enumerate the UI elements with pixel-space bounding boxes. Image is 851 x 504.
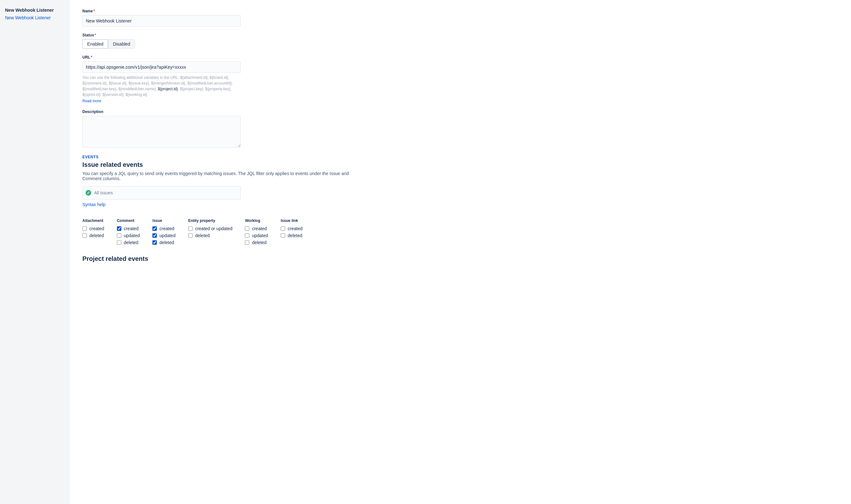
entity-property-deleted-row[interactable]: deleted	[188, 233, 232, 238]
comment-deleted-row[interactable]: deleted	[117, 240, 140, 245]
issue-link-created-label: created	[288, 226, 302, 231]
attachment-deleted-label: deleted	[89, 233, 104, 238]
syntax-help-link[interactable]: Syntax help	[82, 202, 105, 207]
sidebar: New Webhook Listener New Webhook Listene…	[0, 0, 70, 504]
status-field-group: Status * Enabled Disabled	[82, 33, 838, 49]
events-heading: Issue related events	[82, 161, 838, 168]
entity-property-created-or-updated-label: created or updated	[195, 226, 232, 231]
issue-updated-checkbox[interactable]	[152, 233, 157, 238]
issue-deleted-checkbox[interactable]	[152, 240, 157, 245]
comment-updated-checkbox[interactable]	[117, 233, 121, 238]
attachment-created-checkbox[interactable]	[82, 226, 87, 231]
issue-created-label: created	[159, 226, 174, 231]
attachment-created-row[interactable]: created	[82, 226, 104, 231]
url-required-star: *	[91, 55, 92, 59]
issue-link-created-checkbox[interactable]	[281, 226, 285, 231]
description-label: Description	[82, 110, 838, 114]
comment-column: Comment created updated deleted	[117, 218, 140, 245]
entity-property-deleted-label: deleted	[195, 233, 210, 238]
issue-column: Issue created updated deleted	[152, 218, 175, 245]
sidebar-title: New Webhook Listener	[5, 7, 65, 13]
events-section: Events Issue related events You can spec…	[82, 155, 838, 245]
read-more-link[interactable]: Read more	[82, 99, 101, 103]
name-label: Name *	[82, 9, 838, 13]
attachment-header: Attachment	[82, 218, 104, 223]
attachment-column: Attachment created deleted	[82, 218, 104, 245]
url-input[interactable]	[82, 61, 241, 73]
events-description: You can specify a JQL query to send only…	[82, 171, 367, 181]
description-textarea[interactable]	[82, 116, 241, 147]
worklog-created-label: created	[252, 226, 267, 231]
attachment-deleted-checkbox[interactable]	[82, 233, 87, 238]
worklog-header: Worklog	[245, 218, 268, 223]
description-field-group: Description	[82, 110, 838, 148]
url-label: URL *	[82, 55, 838, 59]
attachment-created-label: created	[89, 226, 104, 231]
events-section-label: Events	[82, 155, 838, 159]
issue-created-row[interactable]: created	[152, 226, 175, 231]
url-field-group: URL * You can use the following addition…	[82, 55, 838, 103]
issue-link-deleted-checkbox[interactable]	[281, 233, 285, 238]
name-input[interactable]	[82, 15, 241, 26]
sidebar-link[interactable]: New Webhook Listener	[5, 15, 51, 20]
issue-updated-label: updated	[159, 233, 175, 238]
issue-link-column: Issue link created deleted	[281, 218, 302, 245]
comment-deleted-checkbox[interactable]	[117, 240, 121, 245]
comment-created-row[interactable]: created	[117, 226, 140, 231]
status-required-star: *	[95, 33, 96, 37]
entity-property-deleted-checkbox[interactable]	[188, 233, 193, 238]
issue-deleted-row[interactable]: deleted	[152, 240, 175, 245]
issue-updated-row[interactable]: updated	[152, 233, 175, 238]
name-required-star: *	[93, 9, 95, 13]
project-related-heading: Project related events	[82, 255, 838, 263]
url-hint: You can use the following additional var…	[82, 75, 241, 97]
comment-created-label: created	[124, 226, 139, 231]
issue-link-header: Issue link	[281, 218, 302, 223]
entity-property-column: Entity property created or updated delet…	[188, 218, 232, 245]
comment-created-checkbox[interactable]	[117, 226, 121, 231]
status-label: Status *	[82, 33, 838, 37]
entity-property-created-or-updated-checkbox[interactable]	[188, 226, 193, 231]
jql-input-wrapper: ✓	[82, 186, 241, 199]
main-content: Name * Status * Enabled Disabled URL * Y…	[70, 0, 851, 504]
issue-deleted-label: deleted	[159, 240, 174, 245]
worklog-created-row[interactable]: created	[245, 226, 268, 231]
issue-link-deleted-label: deleted	[288, 233, 302, 238]
issue-link-created-row[interactable]: created	[281, 226, 302, 231]
events-table: Attachment created deleted Comment creat…	[82, 218, 838, 245]
worklog-deleted-row[interactable]: deleted	[245, 240, 268, 245]
comment-header: Comment	[117, 218, 140, 223]
entity-property-header: Entity property	[188, 218, 232, 223]
issue-created-checkbox[interactable]	[152, 226, 157, 231]
status-enabled-button[interactable]: Enabled	[82, 39, 108, 49]
comment-deleted-label: deleted	[124, 240, 138, 245]
comment-updated-row[interactable]: updated	[117, 233, 140, 238]
worklog-deleted-label: deleted	[252, 240, 266, 245]
status-toggle-group: Enabled Disabled	[82, 39, 838, 49]
issue-header: Issue	[152, 218, 175, 223]
worklog-column: Worklog created updated deleted	[245, 218, 268, 245]
worklog-deleted-checkbox[interactable]	[245, 240, 249, 245]
worklog-created-checkbox[interactable]	[245, 226, 249, 231]
jql-input[interactable]	[82, 186, 241, 199]
comment-updated-label: updated	[124, 233, 140, 238]
worklog-updated-row[interactable]: updated	[245, 233, 268, 238]
worklog-updated-label: updated	[252, 233, 268, 238]
entity-property-created-or-updated-row[interactable]: created or updated	[188, 226, 232, 231]
name-field-group: Name *	[82, 9, 838, 26]
jql-check-icon: ✓	[86, 190, 91, 196]
worklog-updated-checkbox[interactable]	[245, 233, 249, 238]
status-disabled-button[interactable]: Disabled	[108, 39, 135, 49]
attachment-deleted-row[interactable]: deleted	[82, 233, 104, 238]
issue-link-deleted-row[interactable]: deleted	[281, 233, 302, 238]
